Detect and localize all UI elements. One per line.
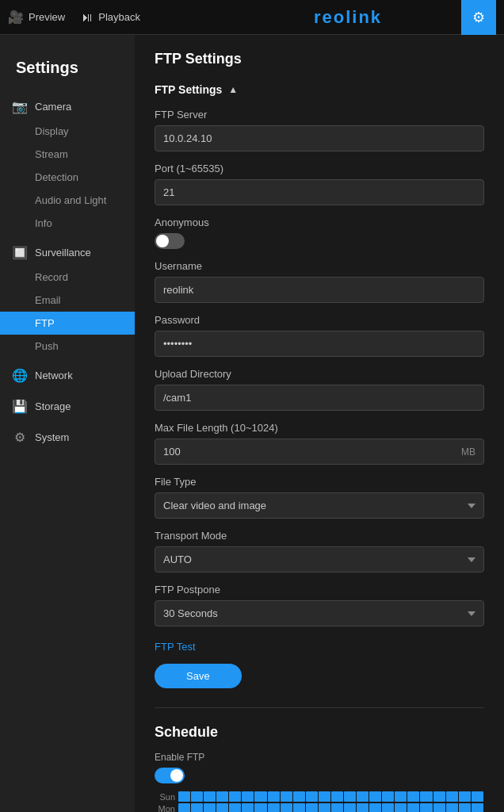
schedule-cell[interactable] bbox=[254, 803, 266, 812]
schedule-cell[interactable] bbox=[254, 791, 266, 802]
header: 🎥 Preview ⏯ Playback reolink ⚙ bbox=[0, 0, 504, 35]
schedule-cell[interactable] bbox=[459, 803, 471, 812]
schedule-cell[interactable] bbox=[472, 803, 483, 812]
chevron-up-icon: ▲ bbox=[228, 84, 238, 95]
ftp-username-input[interactable] bbox=[155, 277, 484, 303]
schedule-cell[interactable] bbox=[216, 803, 228, 812]
ftp-upload-dir-group: Upload Directory bbox=[155, 368, 484, 411]
schedule-cell[interactable] bbox=[268, 791, 280, 802]
schedule-cell[interactable] bbox=[395, 791, 407, 802]
ftp-upload-dir-input[interactable] bbox=[155, 385, 484, 411]
sidebar-item-system[interactable]: ⚙ System bbox=[0, 423, 135, 450]
surveillance-icon: 🔲 bbox=[13, 245, 27, 259]
schedule-cell[interactable] bbox=[191, 803, 203, 812]
schedule-cell[interactable] bbox=[344, 791, 356, 802]
enable-ftp-toggle[interactable] bbox=[155, 768, 185, 783]
preview-nav-item[interactable]: 🎥 Preview bbox=[8, 10, 65, 25]
schedule-cell[interactable] bbox=[242, 791, 254, 802]
schedule-cell[interactable] bbox=[433, 791, 445, 802]
page-title: FTP Settings bbox=[155, 51, 484, 67]
schedule-cell[interactable] bbox=[395, 803, 407, 812]
schedule-cell[interactable] bbox=[306, 803, 318, 812]
schedule-cell[interactable] bbox=[293, 803, 305, 812]
sidebar-title: Settings bbox=[0, 51, 135, 93]
schedule-cell[interactable] bbox=[382, 803, 394, 812]
schedule-cell[interactable] bbox=[369, 791, 381, 802]
schedule-cell[interactable] bbox=[420, 791, 432, 802]
schedule-cell[interactable] bbox=[281, 791, 292, 802]
schedule-cell[interactable] bbox=[331, 803, 343, 812]
sidebar-item-display[interactable]: Display bbox=[0, 120, 135, 143]
sidebar-item-surveillance[interactable]: 🔲 Surveillance bbox=[0, 239, 135, 266]
network-icon: 🌐 bbox=[13, 368, 27, 382]
schedule-cell[interactable] bbox=[472, 791, 483, 802]
sidebar-item-info[interactable]: Info bbox=[0, 212, 135, 235]
sidebar-item-email[interactable]: Email bbox=[0, 289, 135, 312]
schedule-row: Sun bbox=[155, 791, 484, 802]
ftp-postpone-select[interactable]: 30 Seconds 1 Minute 5 Minutes 10 Minutes bbox=[155, 600, 484, 626]
schedule-cell[interactable] bbox=[459, 791, 471, 802]
schedule-cell[interactable] bbox=[242, 803, 254, 812]
ftp-max-file-input[interactable] bbox=[155, 439, 453, 464]
schedule-cell[interactable] bbox=[229, 803, 241, 812]
ftp-password-input[interactable] bbox=[155, 331, 484, 357]
sidebar-item-ftp[interactable]: FTP bbox=[0, 312, 135, 335]
ftp-save-button[interactable]: Save bbox=[155, 664, 242, 688]
sidebar-item-detection[interactable]: Detection bbox=[0, 166, 135, 189]
schedule-cell[interactable] bbox=[204, 803, 216, 812]
schedule-cell[interactable] bbox=[191, 791, 203, 802]
schedule-cell[interactable] bbox=[293, 791, 305, 802]
schedule-cell[interactable] bbox=[433, 803, 445, 812]
schedule-cell[interactable] bbox=[407, 803, 419, 812]
schedule-cell[interactable] bbox=[420, 803, 432, 812]
schedule-cell[interactable] bbox=[216, 791, 228, 802]
sidebar-item-stream[interactable]: Stream bbox=[0, 143, 135, 166]
schedule-cell[interactable] bbox=[446, 803, 458, 812]
schedule-cell[interactable] bbox=[281, 803, 292, 812]
schedule-cell[interactable] bbox=[357, 791, 368, 802]
preview-label: Preview bbox=[29, 11, 65, 23]
sidebar-item-camera[interactable]: 📷 Camera bbox=[0, 93, 135, 120]
sidebar-item-storage[interactable]: 💾 Storage bbox=[0, 393, 135, 419]
schedule-cell[interactable] bbox=[369, 803, 381, 812]
schedule-cell[interactable] bbox=[268, 803, 280, 812]
schedule-cell[interactable] bbox=[357, 803, 368, 812]
preview-icon: 🎥 bbox=[8, 10, 24, 25]
anonymous-toggle[interactable] bbox=[155, 233, 185, 249]
ftp-server-label: FTP Server bbox=[155, 109, 484, 121]
day-label: Sun bbox=[155, 792, 178, 802]
schedule-grid: SunMonTueWedThuFriSat bbox=[155, 791, 484, 812]
storage-icon: 💾 bbox=[13, 399, 27, 413]
schedule-cell[interactable] bbox=[344, 803, 356, 812]
camera-label: Camera bbox=[35, 101, 71, 113]
ftp-file-type-group: File Type Clear video and image Video on… bbox=[155, 476, 484, 519]
schedule-cell[interactable] bbox=[319, 791, 330, 802]
ftp-transport-select[interactable]: AUTO Passive Active bbox=[155, 546, 484, 573]
max-file-unit: MB bbox=[453, 446, 483, 458]
ftp-username-group: Username bbox=[155, 260, 484, 303]
ftp-upload-dir-label: Upload Directory bbox=[155, 368, 484, 380]
ftp-file-type-label: File Type bbox=[155, 476, 484, 488]
ftp-file-type-select[interactable]: Clear video and image Video only Image o… bbox=[155, 492, 484, 519]
schedule-cell[interactable] bbox=[306, 791, 318, 802]
ftp-test-link[interactable]: FTP Test bbox=[155, 641, 196, 653]
schedule-cell[interactable] bbox=[382, 791, 394, 802]
schedule-cell[interactable] bbox=[178, 803, 190, 812]
ftp-port-input[interactable] bbox=[155, 179, 484, 205]
schedule-cell[interactable] bbox=[204, 791, 216, 802]
main-layout: Settings 📷 Camera Display Stream Detecti… bbox=[0, 35, 504, 812]
ftp-server-input[interactable] bbox=[155, 125, 484, 151]
schedule-cell[interactable] bbox=[446, 791, 458, 802]
sidebar-item-audio-and-light[interactable]: Audio and Light bbox=[0, 189, 135, 212]
schedule-cell[interactable] bbox=[331, 791, 343, 802]
ftp-username-label: Username bbox=[155, 260, 484, 272]
playback-nav-item[interactable]: ⏯ Playback bbox=[81, 10, 140, 25]
schedule-cell[interactable] bbox=[407, 791, 419, 802]
sidebar-item-push[interactable]: Push bbox=[0, 335, 135, 358]
settings-gear-button[interactable]: ⚙ bbox=[461, 0, 496, 35]
schedule-cell[interactable] bbox=[229, 791, 241, 802]
schedule-cell[interactable] bbox=[319, 803, 330, 812]
sidebar-item-network[interactable]: 🌐 Network bbox=[0, 362, 135, 389]
sidebar-item-record[interactable]: Record bbox=[0, 266, 135, 289]
schedule-cell[interactable] bbox=[178, 791, 190, 802]
